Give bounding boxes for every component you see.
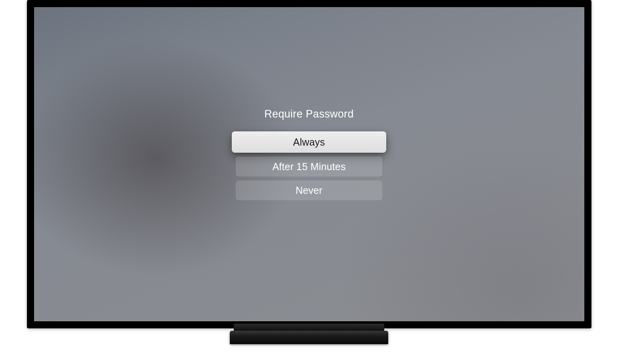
- tv-bezel: Require Password Always After 15 Minutes…: [27, 0, 591, 328]
- tv-stand-neck: [234, 324, 384, 331]
- tv-device: Require Password Always After 15 Minutes…: [27, 0, 591, 344]
- option-label: After 15 Minutes: [272, 161, 345, 173]
- option-label: Never: [296, 185, 322, 196]
- require-password-dialog: Require Password Always After 15 Minutes…: [230, 108, 388, 200]
- tv-screen: Require Password Always After 15 Minutes…: [34, 7, 584, 321]
- option-always[interactable]: Always: [232, 131, 386, 153]
- tv-stand-base: [230, 331, 388, 344]
- tv-stand: [230, 326, 388, 344]
- option-after-15-minutes[interactable]: After 15 Minutes: [236, 157, 382, 176]
- options-list: Always After 15 Minutes Never: [230, 131, 388, 200]
- option-label: Always: [293, 136, 325, 148]
- option-never[interactable]: Never: [236, 180, 382, 200]
- dialog-title: Require Password: [264, 108, 353, 120]
